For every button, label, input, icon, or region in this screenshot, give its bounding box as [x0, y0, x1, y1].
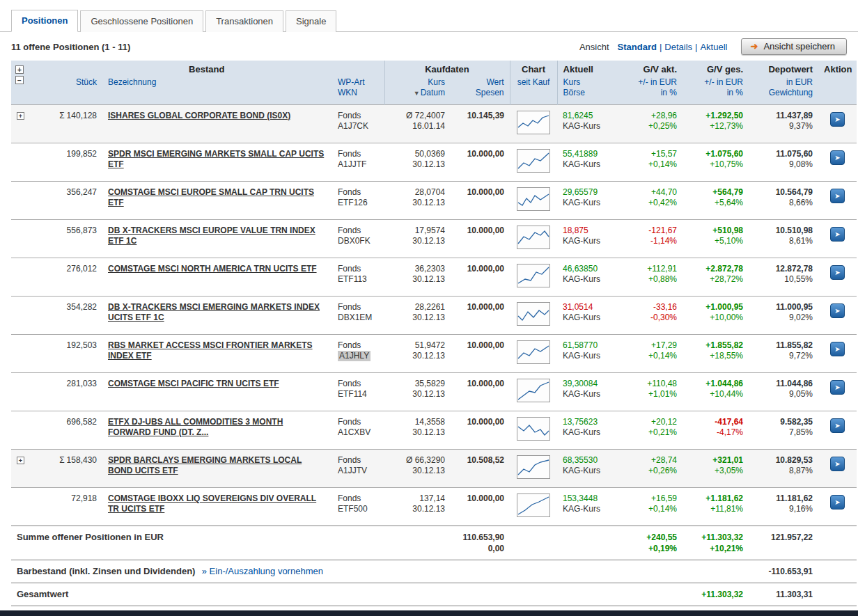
expand-row-icon[interactable]: + [17, 112, 24, 120]
sum-value: 110.653,90 [456, 532, 504, 543]
gain-today-pct: +1,01% [629, 389, 677, 400]
col-gv-akt-sub[interactable]: +/- in EURin % [623, 76, 682, 105]
action-button[interactable]: ➤ [830, 150, 845, 165]
gain-today-pct: +0,14% [629, 159, 677, 170]
tab-signale[interactable]: Signale [286, 10, 336, 32]
expand-row-icon[interactable]: + [17, 457, 24, 464]
col-bezeichnung[interactable]: Bezeichnung [102, 76, 332, 105]
action-button[interactable]: ➤ [830, 303, 845, 318]
wkn: A1J7CK [338, 121, 379, 132]
buy-value: 10.000,00 [456, 379, 504, 389]
col-wpart-wkn[interactable]: WP-ArtWKN [332, 76, 384, 105]
gain-total-eur: +510,98 [688, 226, 743, 236]
buy-value: 10.000,00 [456, 417, 504, 427]
gain-total-pct: +10,75% [688, 159, 743, 170]
sum-gain-today-pct: +0,19% [629, 543, 677, 554]
col-seit-kauf: seit Kauf [510, 76, 557, 105]
tab-positionen[interactable]: Positionen [11, 10, 78, 32]
fund-link[interactable]: ISHARES GLOBAL CORPORATE BOND (IS0X) [108, 111, 290, 120]
action-button[interactable]: ➤ [830, 112, 845, 127]
save-view-button[interactable]: ➜ Ansicht speichern [741, 38, 847, 55]
weight: 9,72% [754, 351, 813, 361]
gain-total-eur: +2.872,78 [688, 264, 743, 274]
buy-price: 17,9574 [390, 226, 445, 236]
current-price: 31,0514 [563, 302, 618, 313]
gain-today-pct: +0,25% [629, 121, 677, 132]
fund-link[interactable]: COMSTAGE MSCI NORTH AMERICA TRN UCITS ET… [108, 264, 317, 274]
view-details-link[interactable]: Details [664, 42, 692, 52]
gain-today-eur: +28,74 [629, 455, 677, 466]
view-separator: | [660, 42, 662, 52]
gain-total-pct: +11,81% [688, 504, 743, 514]
weight: 9,37% [754, 121, 813, 132]
wkn: A1JJTF [338, 159, 379, 170]
wp-art: Fonds [338, 149, 379, 159]
gain-total-eur: +321,01 [688, 455, 743, 466]
col-kurs-datum[interactable]: Kurs ▼Datum [384, 76, 451, 105]
col-kurs-boerse[interactable]: KursBörse [557, 76, 623, 105]
gain-today-eur: -33,16 [629, 302, 677, 313]
action-button[interactable]: ➤ [830, 380, 845, 395]
position-row: 72,918 COMSTAGE IBOXX LIQ SOVEREIGNS DIV… [11, 488, 857, 526]
fund-link[interactable]: COMSTAGE MSCI EUROPE SMALL CAP TRN UCITS… [108, 187, 314, 207]
positions-count: 11 offene Positionen (1 - 11) [11, 42, 130, 52]
wp-art: Fonds [338, 340, 379, 351]
sparkline-chart [517, 187, 550, 211]
weight: 8,61% [754, 236, 813, 246]
sum-spesen: 0,00 [456, 543, 504, 554]
action-button[interactable]: ➤ [830, 189, 845, 203]
gain-total-eur: +1.044,86 [688, 379, 743, 389]
fund-link[interactable]: DB X-TRACKERS MSCI EMERGING MARKETS INDE… [108, 302, 320, 322]
tab-transaktionen[interactable]: Transaktionen [205, 10, 283, 32]
sum-label: Summe offener Positionen in EUR [11, 526, 384, 560]
quantity: 276,012 [67, 264, 97, 274]
weight: 8,66% [754, 198, 813, 208]
collapse-all-icon[interactable]: − [15, 76, 24, 84]
fund-link[interactable]: DB X-TRACKERS MSCI EUROPE VALUE TRN INDE… [108, 226, 315, 246]
action-button[interactable]: ➤ [830, 342, 845, 356]
action-button[interactable]: ➤ [830, 418, 845, 433]
fund-link[interactable]: COMSTAGE IBOXX LIQ SOVEREIGNS DIV OVERAL… [108, 493, 316, 514]
cash-balance-value: -110.653,91 [754, 566, 813, 577]
weight: 9,16% [754, 504, 813, 514]
wkn: DBX1EM [338, 313, 379, 323]
price-source: KAG-Kurs [563, 389, 618, 400]
col-gv-ges-sub[interactable]: +/- in EURin % [682, 76, 749, 105]
sum-sigma-icon: Σ [59, 455, 64, 465]
fund-link[interactable]: SPDR MSCI EMERGING MARKETS SMALL CAP UCI… [108, 149, 324, 169]
gain-total-eur: +1.292,50 [688, 111, 743, 121]
quantity: 72,918 [71, 493, 97, 503]
buy-price: Ø 66,3290 [390, 455, 445, 466]
action-button[interactable]: ➤ [830, 227, 845, 242]
fund-link[interactable]: SPDR BARCLAYS EMERGING MARKETS LOCAL BON… [108, 455, 302, 475]
action-button[interactable]: ➤ [830, 265, 845, 280]
current-price: 39,30084 [563, 379, 618, 389]
fund-link[interactable]: RBS MARKET ACCESS MSCI FRONTIER MARKETS … [108, 340, 313, 361]
gain-total-eur: +564,79 [688, 187, 743, 198]
fund-link[interactable]: COMSTAGE MSCI PACIFIC TRN UCITS ETF [108, 379, 279, 388]
position-row: 281,033 COMSTAGE MSCI PACIFIC TRN UCITS … [11, 373, 857, 411]
buy-price: 14,3558 [390, 417, 445, 427]
ansicht-label: Ansicht [579, 42, 609, 52]
deposit-withdraw-link[interactable]: » Ein-/Auszahlung vornehmen [202, 566, 323, 576]
total-gain-eur: +11.303,32 [688, 589, 743, 600]
price-source: KAG-Kurs [563, 121, 618, 132]
position-row: 354,282 DB X-TRACKERS MSCI EMERGING MARK… [11, 297, 857, 335]
view-aktuell-link[interactable]: Aktuell [700, 42, 727, 52]
action-button[interactable]: ➤ [830, 495, 845, 510]
position-row: 556,873 DB X-TRACKERS MSCI EUROPE VALUE … [11, 220, 857, 258]
current-price: 29,65579 [563, 187, 618, 198]
fund-link[interactable]: ETFX DJ-UBS ALL COMMODITIES 3 MONTH FORW… [108, 417, 283, 437]
col-wert-spesen[interactable]: WertSpesen [451, 76, 510, 105]
expand-all-icon[interactable]: + [15, 65, 24, 74]
tab-geschlossene-positionen[interactable]: Geschlossene Positionen [80, 10, 203, 32]
view-standard-link[interactable]: Standard [618, 42, 657, 52]
col-stueck[interactable]: Stück [29, 76, 102, 105]
action-button[interactable]: ➤ [830, 457, 845, 471]
total-value-row: Gesamtwert +11.303,32 11.303,31 [11, 583, 857, 606]
sum-gain-today-eur: +240,55 [629, 532, 677, 543]
col-depotwert-sub[interactable]: in EURGewichtung [749, 76, 818, 105]
cash-balance-row: Barbestand (inkl. Zinsen und Dividenden)… [11, 560, 857, 583]
weight: 7,85% [754, 427, 813, 438]
position-row: 276,012 COMSTAGE MSCI NORTH AMERICA TRN … [11, 258, 857, 297]
